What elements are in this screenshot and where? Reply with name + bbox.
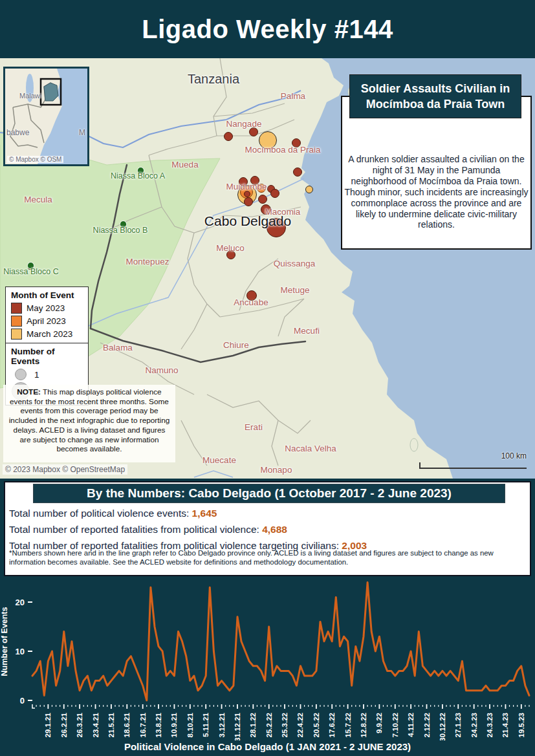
legend-month-item: April 2023 [10,316,84,327]
inset-label-malawi: Malawi [19,92,41,100]
inset-graphics [5,69,87,164]
x-tick-label: 27.1.23 [454,713,462,737]
x-tick-label: 22.4.22 [296,713,304,737]
map-canvas: Malawi babwe M © Mapbox © OSM TanzaniaPa… [0,58,535,479]
x-tick-label: 21.5.21 [107,712,115,737]
stat-value: 4,688 [262,524,287,535]
x-tick-label: 9.9.22 [375,713,383,733]
y-tick-label: 0 [20,696,25,706]
stat-value: 1,645 [192,508,217,519]
event-marker-may [267,218,286,237]
x-tick-label: 30.12.22 [439,713,446,740]
legend-color-swatch [11,303,22,314]
map-note-bold: NOTE: [17,387,41,396]
x-tick-label: 5.11.21 [202,712,210,737]
event-marker-may [292,138,301,147]
event-marker-may [270,189,279,198]
x-tick-label: 2.12.22 [423,713,431,737]
inset-overview-map: Malawi babwe M © Mapbox © OSM [3,67,89,166]
y-tick-label: 20 [16,598,25,607]
chart-plot-area: 0102029.1.2126.2.2126.3.2123.4.2121.5.21… [0,578,535,740]
event-marker-may [239,177,248,186]
legend-item-label: March 2023 [27,329,72,339]
by-the-numbers-section: By the Numbers: Cabo Delgado (1 October … [4,481,531,576]
tree-icon [27,262,34,269]
x-tick-label: 24.2.23 [470,713,478,737]
event-marker-may [250,176,259,185]
map-note: NOTE: This map displays political violen… [3,385,175,462]
x-tick-label: 4.11.22 [407,713,415,737]
chart-title: Political Violence in Cabo Delgado (1 JA… [0,741,535,752]
x-tick-label: 23.4.21 [92,712,100,737]
event-marker-may [249,127,258,136]
event-marker-march [259,131,277,149]
event-marker-april [257,184,266,193]
y-tick-label: 10 [16,647,25,656]
x-tick-label: 26.2.21 [60,712,68,737]
chart-y-axis-label: Number of Events [0,596,9,687]
header-bar: Ligado Weekly #144 [0,0,535,58]
inset-attribution: © Mapbox © OSM [7,156,63,163]
event-marker-may [224,132,233,141]
map-note-text: This map displays political violence eve… [9,387,170,453]
map-attribution: © 2023 Mapbox © OpenStreetMap [3,464,127,475]
tree-icon [137,167,144,174]
event-marker-may [244,191,250,197]
events-line-chart: Number of Events 0102029.1.2126.2.2126.3… [0,578,535,756]
x-tick-label: 21.4.23 [501,713,509,737]
legend-month-item: March 2023 [10,329,84,340]
legend-month-item: May 2023 [10,303,84,314]
legend-size-circle [15,369,27,380]
legend-color-swatch [11,316,22,327]
legend-month-title: Month of Event [11,290,84,300]
by-the-numbers-title: By the Numbers: Cabo Delgado (1 October … [33,484,505,503]
x-tick-label: 15.7.22 [344,713,352,737]
numbers-footnote: *Numbers shown here and in the line grap… [9,548,529,567]
x-tick-label: 25.2.22 [265,713,273,737]
inset-label-mozambique: M [79,128,85,137]
x-tick-label: 25.3.22 [281,713,289,737]
stat-label: Total number of political violence event… [9,508,192,519]
x-tick-label: 18.6.21 [123,712,131,737]
x-tick-label: 16.7.21 [139,712,147,737]
x-tick-label: 17.6.22 [328,713,336,737]
inset-label-zimbabwe: babwe [6,128,29,137]
event-marker-may [244,197,253,206]
x-tick-label: 26.3.21 [76,712,83,737]
callout-title: Soldier Assaults Civilian in Mocímboa da… [349,74,521,118]
event-marker-may [258,195,267,204]
event-marker-may [293,167,302,177]
callout-body-text: A drunken soldier assaulted a civilian o… [344,154,529,230]
stat-line: Total number of political violence event… [9,508,527,519]
x-tick-label: 24.3.23 [486,713,494,737]
x-tick-label: 12.8.22 [360,713,367,737]
x-tick-label: 8.10.21 [186,712,194,737]
stat-label: Total number of reported fatalities from… [9,524,262,535]
legend-events-title: Number of Events [11,347,84,366]
stat-line: Total number of reported fatalities from… [9,524,527,535]
event-marker-may [226,250,235,259]
x-tick-label: 29.1.21 [44,712,52,737]
legend-events-item: 1 [10,369,84,380]
events-line-series [32,583,529,700]
x-tick-label: 31.12.21 [234,712,241,740]
infographic-page: Ligado Weekly #144 [0,0,535,756]
x-tick-label: 13.8.21 [155,712,162,737]
x-tick-label: 10.9.21 [170,712,178,737]
legend-item-label: April 2023 [27,316,66,326]
page-title: Ligado Weekly #144 [142,15,393,44]
x-tick-label: 20.5.22 [312,713,320,737]
legend-item-label: 1 [34,370,39,380]
x-tick-label: 19.5.23 [518,713,525,737]
event-marker-march [305,186,313,193]
x-tick-label: 7.10.22 [391,713,399,737]
tree-icon [120,221,127,228]
legend-month-of-event: Month of Event May 2023April 2023March 2… [5,286,89,345]
map-scale-bar: 100 km [419,462,527,469]
event-marker-may [246,290,257,301]
legend-item-label: May 2023 [27,303,65,313]
event-marker-may [261,204,271,215]
map-scale-label: 100 km [501,451,527,460]
legend-color-swatch [11,329,22,340]
x-tick-label: 28.1.22 [249,713,257,737]
